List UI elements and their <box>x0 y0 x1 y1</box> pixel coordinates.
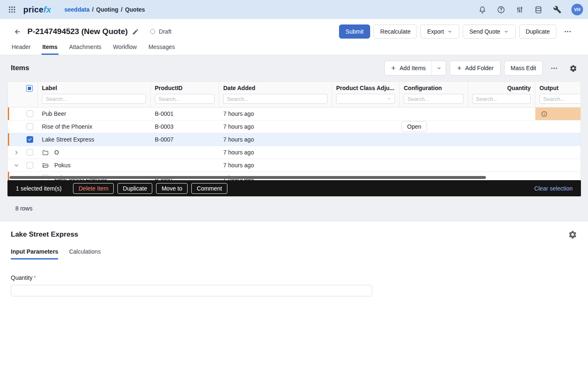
tab-input-parameters[interactable]: Input Parameters <box>11 248 58 259</box>
configuration-search-input[interactable] <box>404 94 464 104</box>
send-quote-button[interactable]: Send Quote <box>463 24 516 39</box>
quantity-search-input[interactable] <box>472 94 531 104</box>
add-items-button[interactable]: Add Items <box>385 61 432 75</box>
column-output-title: Output <box>539 84 581 92</box>
items-table-inner: Label ProductID Date Added Product Class… <box>8 82 581 180</box>
duplicate-selection-button[interactable]: Duplicate <box>117 183 152 194</box>
duplicate-button[interactable]: Duplicate <box>519 24 556 39</box>
productid-search-input[interactable] <box>155 94 215 104</box>
page-title: P-2147494523 (New Quote) <box>27 27 128 36</box>
tab-items[interactable]: Items <box>41 44 59 55</box>
row-checkbox[interactable] <box>27 123 33 130</box>
column-product-class: Product Class Adju... <box>332 82 400 107</box>
chevron-down-icon <box>436 65 442 71</box>
export-button[interactable]: Export <box>420 24 459 39</box>
wrench-icon[interactable] <box>553 5 561 14</box>
database-icon[interactable] <box>534 5 543 14</box>
open-configuration-button[interactable]: Open <box>401 121 427 132</box>
item-date-added: 7 hours ago <box>223 123 254 130</box>
table-header: Label ProductID Date Added Product Class… <box>8 82 581 108</box>
output-warning-cell[interactable] <box>535 108 581 120</box>
label-search-input[interactable] <box>42 94 146 104</box>
apps-grid-icon[interactable] <box>6 3 18 16</box>
row-checkbox-checked[interactable] <box>27 136 33 143</box>
folder-open-icon <box>42 162 49 169</box>
tab-messages[interactable]: Messages <box>148 44 176 55</box>
column-label: Label <box>38 82 151 107</box>
submit-button[interactable]: Submit <box>339 24 371 39</box>
item-date-added: 7 hours ago <box>223 149 254 156</box>
row-checkbox[interactable] <box>27 149 33 156</box>
ellipsis-icon <box>564 27 572 36</box>
items-more-button[interactable] <box>547 61 562 75</box>
chevron-right-icon[interactable] <box>13 149 20 156</box>
column-quantity-title: Quantity <box>472 84 531 92</box>
clear-selection-link[interactable]: Clear selection <box>534 185 573 192</box>
item-productid: B-0001 <box>155 110 173 117</box>
horizontal-scrollbar[interactable] <box>10 176 486 179</box>
quantity-input[interactable] <box>11 285 372 296</box>
tab-header[interactable]: Header <box>11 44 32 55</box>
more-actions-button[interactable] <box>560 24 576 39</box>
column-quantity: Quantity <box>468 82 535 107</box>
items-settings-button[interactable] <box>566 61 581 75</box>
tab-calculations[interactable]: Calculations <box>69 248 100 259</box>
comment-button[interactable]: Comment <box>191 183 227 194</box>
quantity-field-label: Quantity* <box>11 274 577 281</box>
breadcrumb-page[interactable]: Quotes <box>125 6 145 13</box>
tab-attachments[interactable]: Attachments <box>68 44 102 55</box>
item-label[interactable]: Rise of the Phoenix <box>42 123 92 130</box>
back-arrow-icon[interactable] <box>12 27 22 37</box>
recalculate-button[interactable]: Recalculate <box>373 24 417 39</box>
product-class-filter-select[interactable] <box>336 94 395 104</box>
row-select-cell <box>8 159 38 171</box>
add-folder-button[interactable]: Add Folder <box>450 61 500 76</box>
export-label: Export <box>427 28 444 35</box>
date-added-search-input[interactable] <box>223 94 327 104</box>
quote-title-row: P-2147494523 (New Quote) Draft Submit Re… <box>0 19 588 41</box>
detail-header: Lake Street Express <box>11 222 577 239</box>
row-select-cell <box>8 133 38 146</box>
tab-workflow[interactable]: Workflow <box>112 44 137 55</box>
logo-fx: fx <box>44 5 51 15</box>
bell-icon[interactable] <box>478 5 487 14</box>
help-icon[interactable] <box>497 5 505 14</box>
breadcrumb-module[interactable]: Quoting <box>96 6 119 13</box>
sliders-icon[interactable] <box>515 5 524 14</box>
items-toolbar-actions: Add Items Add Folder Mass Edit <box>384 61 581 76</box>
row-checkbox[interactable] <box>27 110 33 117</box>
breadcrumb-app[interactable]: seeddata <box>64 6 90 13</box>
gear-icon[interactable] <box>568 230 577 239</box>
move-to-button[interactable]: Move to <box>156 183 188 194</box>
item-label[interactable]: Pub Beer <box>42 110 66 117</box>
add-items-dropdown-button[interactable] <box>432 61 446 75</box>
table-row-selected: Lake Street Express B-0007 7 hours ago <box>8 133 581 146</box>
status-badge: Draft <box>150 28 171 35</box>
quantity-label-text: Quantity <box>11 274 32 281</box>
mass-edit-button[interactable]: Mass Edit <box>504 61 543 76</box>
folder-label[interactable]: Pokus <box>54 162 71 169</box>
column-date-added: Date Added <box>219 82 332 107</box>
ellipsis-icon <box>550 64 558 72</box>
plus-icon <box>456 65 462 71</box>
row-select-cell <box>8 146 38 159</box>
column-product-class-title: Product Class Adju... <box>336 84 395 92</box>
user-avatar[interactable]: VH <box>571 4 583 15</box>
send-quote-label: Send Quote <box>469 28 500 35</box>
column-label-title: Label <box>42 84 146 92</box>
chevron-down-icon[interactable] <box>13 162 20 169</box>
table-row-folder: O 7 hours ago <box>8 146 581 159</box>
folder-label[interactable]: O <box>54 149 59 156</box>
info-icon <box>541 110 548 117</box>
row-select-cell <box>8 120 38 133</box>
row-checkbox[interactable] <box>27 162 33 169</box>
item-productid: B-0007 <box>155 136 173 143</box>
output-search-input[interactable] <box>539 94 581 104</box>
select-all-checkbox[interactable] <box>26 85 33 92</box>
quote-header: P-2147494523 (New Quote) Draft Submit Re… <box>0 19 588 55</box>
pencil-icon[interactable] <box>131 27 140 36</box>
pricefx-logo[interactable]: pricefx <box>23 5 51 15</box>
delete-item-button[interactable]: Delete Item <box>73 183 114 194</box>
item-label[interactable]: Lake Street Express <box>42 136 94 143</box>
add-items-label: Add Items <box>400 65 426 71</box>
